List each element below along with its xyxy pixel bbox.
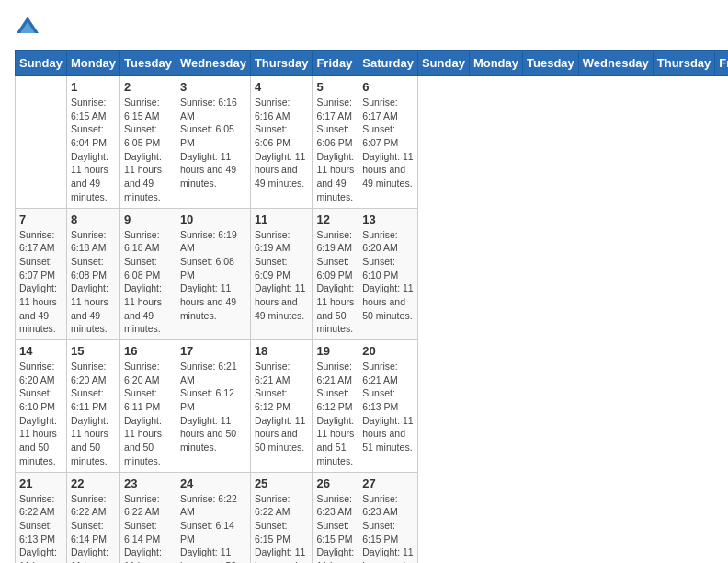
calendar-cell: 4 Sunrise: 6:16 AMSunset: 6:06 PMDayligh… bbox=[250, 76, 313, 209]
day-number: 22 bbox=[71, 477, 116, 490]
day-number: 9 bbox=[124, 213, 172, 226]
calendar-cell: 13 Sunrise: 6:20 AMSunset: 6:10 PMDaylig… bbox=[358, 208, 418, 340]
calendar-cell: 3 Sunrise: 6:16 AMSunset: 6:05 PMDayligh… bbox=[176, 76, 250, 209]
calendar-cell: 16 Sunrise: 6:20 AMSunset: 6:11 PMDaylig… bbox=[120, 340, 176, 473]
day-of-week-header: Sunday bbox=[16, 51, 67, 76]
calendar-cell: 26 Sunrise: 6:23 AMSunset: 6:15 PMDaylig… bbox=[313, 472, 358, 563]
day-detail: Sunrise: 6:15 AMSunset: 6:05 PMDaylight:… bbox=[124, 96, 172, 204]
day-number: 1 bbox=[71, 80, 116, 94]
day-number: 21 bbox=[19, 477, 63, 490]
day-number: 6 bbox=[362, 80, 414, 94]
day-detail: Sunrise: 6:16 AMSunset: 6:06 PMDaylight:… bbox=[255, 96, 309, 190]
day-of-week-header: Tuesday bbox=[523, 51, 579, 76]
day-of-week-header: Wednesday bbox=[176, 51, 250, 76]
day-detail: Sunrise: 6:20 AMSunset: 6:11 PMDaylight:… bbox=[71, 360, 116, 468]
day-of-week-header: Wednesday bbox=[578, 51, 653, 76]
day-number: 17 bbox=[180, 344, 246, 358]
day-number: 20 bbox=[362, 344, 414, 358]
calendar-cell: 8 Sunrise: 6:18 AMSunset: 6:08 PMDayligh… bbox=[66, 208, 119, 340]
calendar-cell: 7 Sunrise: 6:17 AMSunset: 6:07 PMDayligh… bbox=[16, 208, 67, 340]
day-number: 27 bbox=[362, 477, 414, 490]
day-detail: Sunrise: 6:20 AMSunset: 6:11 PMDaylight:… bbox=[124, 360, 172, 468]
day-detail: Sunrise: 6:22 AMSunset: 6:15 PMDaylight:… bbox=[255, 492, 309, 564]
calendar-cell: 21 Sunrise: 6:22 AMSunset: 6:13 PMDaylig… bbox=[16, 472, 67, 563]
day-number: 23 bbox=[124, 477, 172, 490]
day-number: 11 bbox=[255, 213, 309, 226]
calendar-cell: 18 Sunrise: 6:21 AMSunset: 6:12 PMDaylig… bbox=[250, 340, 313, 473]
day-number: 15 bbox=[71, 344, 116, 358]
calendar-cell: 23 Sunrise: 6:22 AMSunset: 6:14 PMDaylig… bbox=[120, 472, 176, 563]
calendar-week-row: 14 Sunrise: 6:20 AMSunset: 6:10 PMDaylig… bbox=[16, 340, 729, 473]
calendar-cell: 11 Sunrise: 6:19 AMSunset: 6:09 PMDaylig… bbox=[250, 208, 313, 340]
day-number: 14 bbox=[19, 344, 63, 358]
calendar-cell: 20 Sunrise: 6:21 AMSunset: 6:13 PMDaylig… bbox=[358, 340, 418, 473]
day-of-week-header: Tuesday bbox=[120, 51, 176, 76]
day-number: 18 bbox=[255, 344, 309, 358]
calendar-cell: 1 Sunrise: 6:15 AMSunset: 6:04 PMDayligh… bbox=[66, 76, 119, 209]
day-number: 16 bbox=[124, 344, 172, 358]
day-detail: Sunrise: 6:21 AMSunset: 6:12 PMDaylight:… bbox=[180, 360, 246, 454]
day-of-week-header: Thursday bbox=[653, 51, 715, 76]
day-detail: Sunrise: 6:17 AMSunset: 6:06 PMDaylight:… bbox=[316, 96, 354, 204]
day-detail: Sunrise: 6:21 AMSunset: 6:12 PMDaylight:… bbox=[316, 360, 354, 468]
calendar-header-row: SundayMondayTuesdayWednesdayThursdayFrid… bbox=[16, 51, 729, 76]
day-of-week-header: Monday bbox=[66, 51, 119, 76]
calendar-cell: 9 Sunrise: 6:18 AMSunset: 6:08 PMDayligh… bbox=[120, 208, 176, 340]
calendar-cell bbox=[16, 76, 67, 209]
day-detail: Sunrise: 6:16 AMSunset: 6:05 PMDaylight:… bbox=[180, 96, 246, 190]
calendar-cell: 27 Sunrise: 6:23 AMSunset: 6:15 PMDaylig… bbox=[358, 472, 418, 563]
calendar-cell: 2 Sunrise: 6:15 AMSunset: 6:05 PMDayligh… bbox=[120, 76, 176, 209]
calendar-cell: 10 Sunrise: 6:19 AMSunset: 6:08 PMDaylig… bbox=[176, 208, 250, 340]
day-number: 26 bbox=[316, 477, 354, 490]
day-of-week-header: Sunday bbox=[417, 51, 469, 76]
day-number: 10 bbox=[180, 213, 246, 226]
calendar-cell: 22 Sunrise: 6:22 AMSunset: 6:14 PMDaylig… bbox=[66, 472, 119, 563]
calendar-week-row: 7 Sunrise: 6:17 AMSunset: 6:07 PMDayligh… bbox=[16, 208, 729, 340]
day-detail: Sunrise: 6:19 AMSunset: 6:09 PMDaylight:… bbox=[255, 228, 309, 323]
calendar-cell: 5 Sunrise: 6:17 AMSunset: 6:06 PMDayligh… bbox=[313, 76, 358, 209]
calendar-cell: 15 Sunrise: 6:20 AMSunset: 6:11 PMDaylig… bbox=[66, 340, 119, 473]
day-number: 24 bbox=[180, 477, 246, 490]
calendar-week-row: 1 Sunrise: 6:15 AMSunset: 6:04 PMDayligh… bbox=[16, 76, 729, 209]
day-detail: Sunrise: 6:23 AMSunset: 6:15 PMDaylight:… bbox=[362, 492, 414, 564]
day-number: 2 bbox=[124, 80, 172, 94]
day-detail: Sunrise: 6:23 AMSunset: 6:15 PMDaylight:… bbox=[316, 492, 354, 564]
day-number: 25 bbox=[255, 477, 309, 490]
day-detail: Sunrise: 6:21 AMSunset: 6:12 PMDaylight:… bbox=[255, 360, 309, 454]
day-detail: Sunrise: 6:18 AMSunset: 6:08 PMDaylight:… bbox=[71, 228, 116, 337]
calendar-cell: 6 Sunrise: 6:17 AMSunset: 6:07 PMDayligh… bbox=[358, 76, 418, 209]
day-number: 7 bbox=[19, 213, 63, 226]
day-number: 13 bbox=[362, 213, 414, 226]
day-number: 5 bbox=[316, 80, 354, 94]
day-detail: Sunrise: 6:18 AMSunset: 6:08 PMDaylight:… bbox=[124, 228, 172, 337]
day-detail: Sunrise: 6:22 AMSunset: 6:13 PMDaylight:… bbox=[19, 492, 63, 564]
day-number: 19 bbox=[316, 344, 354, 358]
day-detail: Sunrise: 6:19 AMSunset: 6:08 PMDaylight:… bbox=[180, 228, 246, 323]
day-of-week-header: Saturday bbox=[358, 51, 418, 76]
page-header bbox=[15, 15, 713, 40]
day-of-week-header: Friday bbox=[715, 51, 728, 76]
day-detail: Sunrise: 6:20 AMSunset: 6:10 PMDaylight:… bbox=[362, 228, 414, 323]
day-detail: Sunrise: 6:17 AMSunset: 6:07 PMDaylight:… bbox=[19, 228, 63, 337]
day-detail: Sunrise: 6:22 AMSunset: 6:14 PMDaylight:… bbox=[71, 492, 116, 564]
day-number: 8 bbox=[71, 213, 116, 226]
day-detail: Sunrise: 6:22 AMSunset: 6:14 PMDaylight:… bbox=[180, 492, 246, 564]
calendar-cell: 19 Sunrise: 6:21 AMSunset: 6:12 PMDaylig… bbox=[313, 340, 358, 473]
calendar-cell: 25 Sunrise: 6:22 AMSunset: 6:15 PMDaylig… bbox=[250, 472, 313, 563]
calendar-week-row: 21 Sunrise: 6:22 AMSunset: 6:13 PMDaylig… bbox=[16, 472, 729, 563]
day-detail: Sunrise: 6:21 AMSunset: 6:13 PMDaylight:… bbox=[362, 360, 414, 454]
day-of-week-header: Thursday bbox=[250, 51, 313, 76]
calendar-cell: 17 Sunrise: 6:21 AMSunset: 6:12 PMDaylig… bbox=[176, 340, 250, 473]
logo-icon bbox=[15, 15, 40, 40]
day-of-week-header: Friday bbox=[313, 51, 358, 76]
day-detail: Sunrise: 6:19 AMSunset: 6:09 PMDaylight:… bbox=[316, 228, 354, 337]
day-number: 3 bbox=[180, 80, 246, 94]
day-detail: Sunrise: 6:20 AMSunset: 6:10 PMDaylight:… bbox=[19, 360, 63, 468]
calendar-cell: 24 Sunrise: 6:22 AMSunset: 6:14 PMDaylig… bbox=[176, 472, 250, 563]
logo bbox=[15, 15, 44, 40]
calendar-cell: 14 Sunrise: 6:20 AMSunset: 6:10 PMDaylig… bbox=[16, 340, 67, 473]
calendar-table: SundayMondayTuesdayWednesdayThursdayFrid… bbox=[15, 50, 728, 563]
day-detail: Sunrise: 6:22 AMSunset: 6:14 PMDaylight:… bbox=[124, 492, 172, 564]
day-number: 12 bbox=[316, 213, 354, 226]
day-of-week-header: Monday bbox=[469, 51, 522, 76]
